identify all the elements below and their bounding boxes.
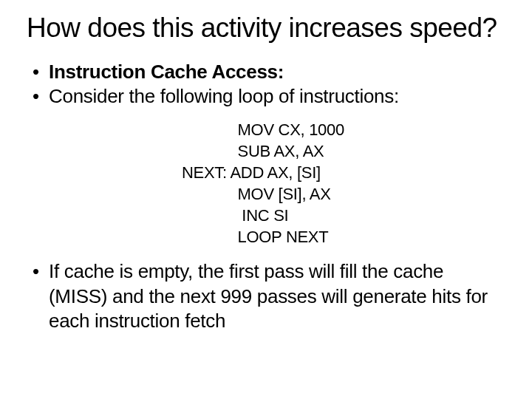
bullet-list: Instruction Cache Access: Consider the f… [33, 60, 505, 109]
slide-title: How does this activity increases speed? [27, 13, 505, 44]
bullet-item: Consider the following loop of instructi… [33, 84, 505, 109]
bullet-text: Consider the following loop of instructi… [49, 85, 399, 107]
bullet-text: If cache is empty, the first pass will f… [49, 260, 488, 332]
code-block: MOV CX, 1000 SUB AX, AX NEXT: ADD AX, [S… [27, 119, 505, 248]
bullet-item: If cache is empty, the first pass will f… [33, 259, 505, 333]
slide: How does this activity increases speed? … [0, 0, 532, 399]
bullet-item: Instruction Cache Access: [33, 60, 505, 84]
bullet-list-2: If cache is empty, the first pass will f… [33, 259, 505, 333]
bullet-text: Instruction Cache Access: [49, 61, 284, 83]
